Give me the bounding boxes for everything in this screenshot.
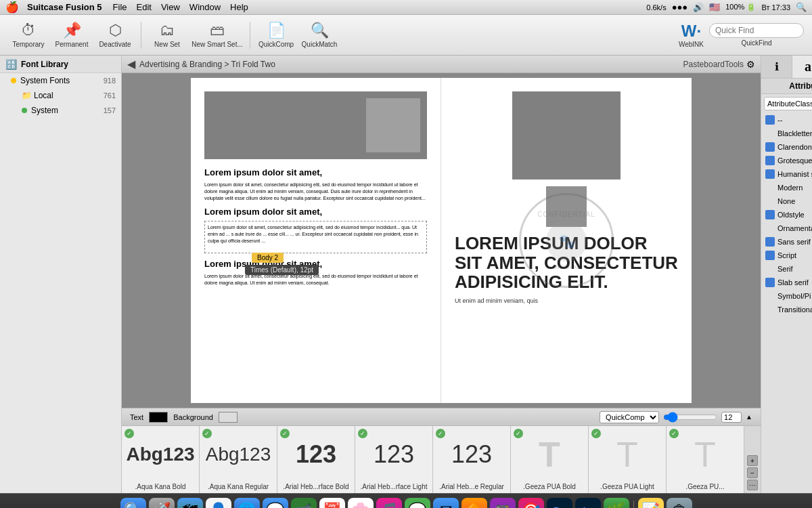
attr-item-script[interactable]: Script	[761, 249, 812, 262]
dock-launchpad[interactable]: 🚀	[149, 498, 175, 509]
quickcomp-select[interactable]: QuickComp	[600, 411, 659, 423]
menubar: 🍎 Suitcase Fusion 5 File Edit View Windo…	[0, 0, 812, 15]
thumbnail-aqua-kana-regular[interactable]: ✓ Abg123 .Aqua Kana Regular	[200, 426, 277, 493]
temporary-button[interactable]: ⏱ Temporary	[8, 18, 49, 53]
text-color-swatch[interactable]	[149, 412, 168, 423]
attr-label: Ornamental	[777, 224, 812, 232]
attr-item-blank[interactable]: --	[761, 113, 812, 127]
attr-item-humanist[interactable]: Humanist sans	[761, 167, 812, 181]
new-set-icon: 🗂	[160, 22, 175, 39]
dock-facetime[interactable]: 📹	[291, 498, 317, 509]
dock-app3[interactable]: 🎯	[518, 498, 544, 509]
attr-item-transitional[interactable]: Transitional	[761, 303, 812, 316]
apple-menu[interactable]: 🍎	[5, 1, 19, 14]
attr-label: Slab serif	[777, 278, 809, 287]
thumbnail-aqua-kana-bold[interactable]: ✓ Abg123 .Aqua Kana Bold	[122, 426, 200, 493]
deactivate-button[interactable]: ⬡ Deactivate	[95, 18, 135, 53]
tab-preview[interactable]: a	[792, 56, 812, 78]
quickcomp-button[interactable]: 📄 QuickComp	[256, 18, 296, 53]
preview-area: Lorem ipsum dolor sit amet, Lorem ipsum …	[122, 73, 761, 408]
dock-photoshop[interactable]: Ps	[547, 498, 572, 509]
attr-label: --	[777, 116, 782, 124]
sidebar-item-system[interactable]: System 157	[0, 103, 121, 118]
attr-label: Grotesque sans	[777, 156, 812, 165]
attr-item-sans-serif[interactable]: Sans serif	[761, 235, 812, 249]
tab-info[interactable]: ℹ	[761, 56, 792, 78]
permanent-button[interactable]: 📌 Permanent	[51, 18, 92, 53]
dock-app1[interactable]: 🔶	[461, 498, 487, 509]
thumbnail-arial-heb-bold[interactable]: ✓ 123 .Arial Heb...rface Bold	[277, 426, 355, 493]
doc-title-1: Lorem ipsum dolor sit amet,	[204, 167, 427, 177]
settings-gear-icon[interactable]: ⚙	[746, 59, 755, 70]
add-font-button[interactable]: +	[747, 455, 758, 466]
attr-label: Transitional	[777, 305, 812, 314]
thumb-label: .Arial Heb...rface Light	[361, 483, 428, 490]
doc-section-2: Lorem ipsum dolor sit amet, Lorem ipsum …	[204, 207, 427, 253]
attribute-classifications-dropdown[interactable]: AttributeClassifications ▼	[764, 97, 812, 110]
dock-wechat[interactable]: 💬	[405, 498, 430, 509]
menu-file[interactable]: File	[113, 2, 127, 12]
attr-checkbox	[765, 224, 775, 233]
dock-messages[interactable]: 💬	[263, 498, 288, 509]
thumbnail-geeza-pua-light[interactable]: ✓ T .Geeza PUA Light	[589, 426, 667, 493]
menu-window[interactable]: Window	[189, 2, 221, 12]
menu-help[interactable]: Help	[230, 2, 248, 12]
dock-calendar[interactable]: 📅	[319, 498, 345, 509]
new-smart-set-icon: 🗃	[210, 22, 225, 39]
attr-item-none[interactable]: None	[761, 194, 812, 208]
attr-item-oldstyle[interactable]: Oldstyle	[761, 208, 812, 221]
remove-font-button[interactable]: −	[747, 467, 758, 478]
menu-edit[interactable]: Edit	[137, 2, 152, 12]
attr-item-blackletter[interactable]: Blackletter/Uncial	[761, 127, 812, 140]
dock-itunes[interactable]: 🎵	[376, 498, 402, 509]
menu-view[interactable]: View	[161, 2, 180, 12]
dock-app4[interactable]: 🌿	[604, 498, 629, 509]
size-input[interactable]: 12	[721, 412, 742, 423]
attr-item-serif[interactable]: Serif	[761, 262, 812, 276]
temporary-icon: ⏱	[21, 22, 36, 39]
new-smart-set-button[interactable]: 🗃 New Smart Set...	[190, 18, 244, 53]
quickfind-input[interactable]	[709, 23, 804, 38]
dock-contacts[interactable]: 👤	[206, 498, 231, 509]
attr-item-ornamental[interactable]: Ornamental	[761, 221, 812, 235]
dock-notes[interactable]: 📝	[638, 498, 664, 509]
size-slider[interactable]	[663, 412, 717, 423]
dropdown-label: AttributeClassifications	[767, 100, 812, 108]
attr-item-symbol[interactable]: Symbol/Pi	[761, 289, 812, 303]
size-stepper-up[interactable]: ▲	[746, 413, 752, 421]
sidebar-font-library[interactable]: 🔠 Font Library	[0, 56, 121, 73]
thumb-preview-text: 123	[451, 426, 492, 483]
attr-item-grotesque[interactable]: Grotesque sans	[761, 154, 812, 167]
attr-item-slab-serif[interactable]: Slab serif	[761, 276, 812, 289]
breadcrumb-back-button[interactable]: ◀	[127, 58, 135, 70]
permanent-icon: 📌	[63, 22, 81, 39]
dock-safari[interactable]: 🌐	[234, 498, 260, 509]
quickmatch-button[interactable]: 🔍 QuickMatch	[299, 18, 340, 53]
thumbnail-geeza-pu[interactable]: ✓ T .Geeza PU...	[667, 426, 744, 493]
attr-label: Sans serif	[777, 238, 811, 246]
bg-color-swatch[interactable]	[219, 412, 238, 423]
new-set-button[interactable]: 🗂 New Set	[147, 18, 187, 53]
sidebar-item-system-fonts[interactable]: System Fonts 918	[0, 73, 121, 88]
dock-maps[interactable]: 🗺	[177, 498, 203, 509]
dock-photos[interactable]: 🌸	[348, 498, 374, 509]
thumbnail-geeza-pua-bold[interactable]: ✓ T .Geeza PUA Bold	[511, 426, 589, 493]
doc-body-dashed: Lorem ipsum dolor sit amet, consectetur …	[208, 224, 424, 244]
attr-color-indicator	[765, 115, 775, 125]
attr-label: None	[777, 197, 795, 205]
attr-item-clarendon[interactable]: Clarendon	[761, 140, 812, 154]
more-options-button[interactable]: ⋯	[747, 480, 758, 490]
dock-lightroom[interactable]: Lr	[575, 498, 601, 509]
dock-finder[interactable]: 🔍	[120, 498, 146, 509]
attr-item-modern[interactable]: Modern	[761, 181, 812, 194]
dock-mail[interactable]: ✉	[433, 498, 459, 509]
preview-document: Lorem ipsum dolor sit amet, Lorem ipsum …	[191, 78, 692, 403]
search-menubar-icon[interactable]: 🔍	[796, 2, 807, 12]
dock-app2[interactable]: 🎮	[490, 498, 516, 509]
attr-label: Humanist sans	[777, 170, 812, 178]
thumbnail-arial-heb-regular[interactable]: ✓ 123 .Arial Heb...e Regular	[433, 426, 511, 493]
doc-header-gray-block	[204, 91, 359, 159]
thumbnail-arial-heb-light[interactable]: ✓ 123 .Arial Heb...rface Light	[355, 426, 433, 493]
sidebar-item-local[interactable]: 📁 Local 761	[0, 88, 121, 103]
dock-trash[interactable]: 🗑	[667, 498, 692, 509]
